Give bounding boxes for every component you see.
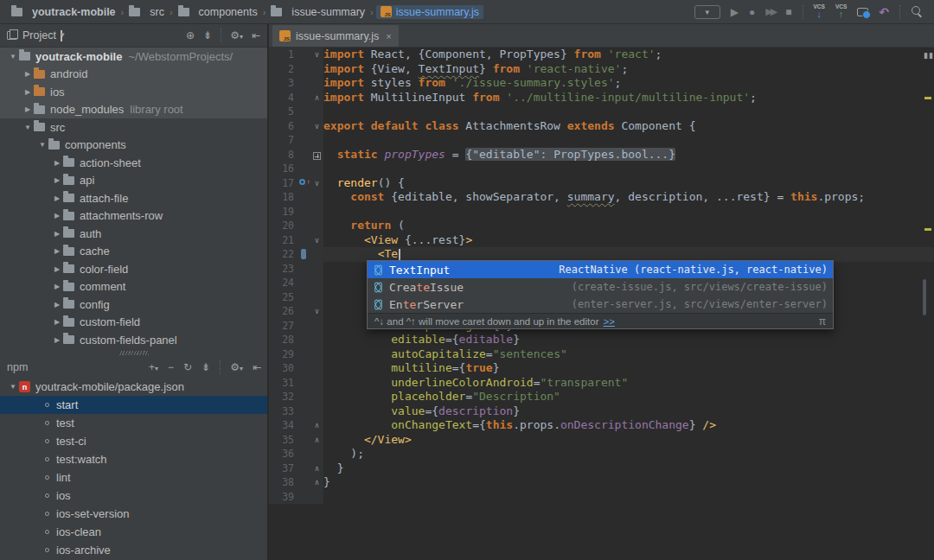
rerun-scripts-icon[interactable]: ↻: [183, 361, 192, 373]
tree-expand-arrow-icon[interactable]: ▶: [22, 105, 34, 113]
npm-script-test[interactable]: test: [0, 414, 268, 432]
fold-marker-icon[interactable]: ∧: [310, 461, 323, 476]
gutter-line-number[interactable]: 17: [269, 176, 298, 191]
code-text[interactable]: onChangeText={this.props.onDescriptionCh…: [323, 418, 934, 433]
code-text[interactable]: );: [323, 447, 934, 461]
gutter-line-number[interactable]: 7: [269, 133, 298, 148]
gutter-line-number[interactable]: 6: [269, 119, 298, 134]
tree-collapse-arrow-icon[interactable]: ▼: [7, 53, 19, 60]
gutter-line-number[interactable]: 8: [269, 148, 298, 162]
gutter-line-number[interactable]: 3: [269, 76, 298, 91]
code-line-18[interactable]: 18 const {editable, showSeparator, summa…: [269, 190, 934, 205]
remove-script-icon[interactable]: −: [168, 361, 174, 373]
fold-marker-icon[interactable]: ∧: [310, 91, 323, 105]
code-text[interactable]: }: [323, 475, 934, 490]
vcs-commit-button[interactable]: VCS ↑: [835, 4, 847, 20]
tree-expand-arrow-icon[interactable]: ▶: [51, 212, 63, 220]
fold-marker-icon[interactable]: ∧: [310, 433, 323, 448]
tree-expand-arrow-icon[interactable]: ▶: [51, 283, 63, 290]
close-tab-icon[interactable]: ×: [386, 31, 391, 41]
code-text[interactable]: [323, 490, 934, 505]
code-text[interactable]: [323, 133, 934, 148]
code-text[interactable]: placeholder="Description": [323, 390, 934, 404]
code-line-39[interactable]: 39: [269, 490, 934, 505]
tree-expand-arrow-icon[interactable]: ▶: [22, 88, 34, 96]
code-line-16[interactable]: 16: [269, 162, 934, 176]
collapse-all-icon[interactable]: ⇟: [203, 29, 212, 41]
code-line-38[interactable]: 38∧}: [269, 475, 934, 490]
gutter-line-number[interactable]: 4: [269, 91, 298, 105]
profile-button[interactable]: ▶▶: [765, 7, 775, 16]
code-line-20[interactable]: 20 return (: [269, 219, 934, 233]
tree-item-attach-file[interactable]: ▶attach-file: [0, 189, 268, 207]
code-line-34[interactable]: 34∧ onChangeText={this.props.onDescripti…: [269, 418, 934, 433]
code-text[interactable]: import MultilineInput from '../multiline…: [323, 91, 934, 105]
search-everywhere-icon[interactable]: [911, 6, 922, 17]
gutter-line-number[interactable]: 38: [269, 475, 298, 490]
fold-marker-icon[interactable]: ∨: [310, 304, 323, 319]
run-configuration-dropdown[interactable]: ▾: [694, 5, 720, 19]
hide-panel-icon[interactable]: ⇤: [252, 29, 260, 41]
fold-marker-icon[interactable]: ∨: [310, 233, 323, 248]
code-line-35[interactable]: 35∧ </View>: [269, 433, 934, 448]
completion-item-CreateIssue[interactable]: CreateIssue(create-issue.js, src/views/c…: [368, 278, 833, 296]
gutter-line-number[interactable]: 34: [269, 418, 298, 433]
project-view-dropdown[interactable]: ▾: [61, 30, 62, 41]
code-text[interactable]: underlineColorAndroid="transparent": [323, 376, 934, 391]
code-line-3[interactable]: 3import styles from './issue-summary.sty…: [269, 76, 934, 91]
gutter-line-number[interactable]: 16: [269, 162, 298, 176]
code-text[interactable]: editable={editable}: [323, 333, 934, 347]
code-line-4[interactable]: 4∧import MultilineInput from '../multili…: [269, 91, 934, 105]
breadcrumb-item[interactable]: issue-summary.js: [376, 5, 483, 19]
code-text[interactable]: </View>: [323, 433, 934, 448]
settings-gear-icon[interactable]: ⚙▾: [230, 361, 243, 373]
code-text[interactable]: [323, 105, 934, 119]
tree-item-color-field[interactable]: ▶color-field: [0, 260, 268, 278]
collapse-all-icon[interactable]: ⇟: [202, 361, 210, 373]
npm-script-test:watch[interactable]: test:watch: [0, 450, 268, 468]
code-line-6[interactable]: 6∨export default class AttachmentsRow ex…: [269, 119, 934, 134]
code-text[interactable]: value={description}: [323, 404, 934, 419]
code-text[interactable]: multiline={true}: [323, 361, 934, 376]
tree-collapse-arrow-icon[interactable]: ▼: [36, 141, 48, 149]
npm-script-ios-archive[interactable]: ios-archive: [0, 541, 268, 559]
tree-item-youtrack-mobile[interactable]: ▼youtrack-mobile~/WebstormProjects/: [0, 48, 268, 66]
error-stripe[interactable]: ▮▮: [922, 48, 934, 560]
gutter-line-number[interactable]: 31: [269, 376, 298, 391]
panel-splitter[interactable]: [0, 349, 268, 356]
stop-button[interactable]: ■: [785, 7, 791, 17]
scrollbar-thumb[interactable]: [923, 279, 926, 315]
vcs-update-button[interactable]: VCS ↓: [814, 4, 825, 20]
warning-stripe-mark[interactable]: [924, 228, 931, 231]
breadcrumb-item[interactable]: src: [126, 5, 167, 19]
run-button[interactable]: ▶: [731, 7, 739, 17]
tree-item-ios[interactable]: ▶ios: [0, 83, 268, 101]
npm-script-lint[interactable]: lint: [0, 468, 268, 487]
code-line-30[interactable]: 30 multiline={true}: [269, 361, 934, 376]
code-line-21[interactable]: 21∨ <View {...rest}>: [269, 233, 934, 248]
breadcrumb-item[interactable]: issue-summary: [268, 5, 368, 19]
code-line-31[interactable]: 31 underlineColorAndroid="transparent": [269, 376, 934, 391]
gutter-line-number[interactable]: 24: [269, 276, 298, 290]
tree-expand-arrow-icon[interactable]: ▶: [51, 247, 63, 255]
completion-item-EnterServer[interactable]: EnterServer(enter-server.js, src/views/e…: [368, 296, 833, 313]
breadcrumb-item[interactable]: youtrack-mobile: [9, 5, 118, 19]
gutter-line-number[interactable]: 20: [269, 219, 298, 233]
code-line-36[interactable]: 36 );: [269, 447, 934, 461]
code-text[interactable]: [323, 162, 934, 176]
locate-file-icon[interactable]: ⊕: [186, 29, 195, 41]
npm-root-item[interactable]: ▼youtrack-mobile/package.json: [0, 378, 268, 396]
gutter-line-number[interactable]: 5: [269, 105, 298, 119]
code-text[interactable]: return (: [323, 219, 934, 233]
gutter-line-number[interactable]: 22: [269, 247, 298, 262]
gutter-line-number[interactable]: 29: [269, 347, 298, 362]
npm-script-ios-clean[interactable]: ios-clean: [0, 523, 268, 541]
code-text[interactable]: <View {...rest}>: [323, 233, 934, 248]
code-text[interactable]: import React, {Component, PropTypes} fro…: [323, 48, 934, 62]
tree-collapse-arrow-icon[interactable]: ▼: [22, 124, 34, 131]
gutter-line-number[interactable]: 35: [269, 433, 298, 448]
code-line-8[interactable]: 8 static propTypes = {"editable": PropTy…: [269, 148, 934, 162]
tree-expand-arrow-icon[interactable]: ▶: [51, 301, 63, 309]
tree-item-custom-fields-panel[interactable]: ▶custom-fields-panel: [0, 331, 268, 349]
code-line-17[interactable]: 17↑∨ render() {: [269, 176, 934, 191]
